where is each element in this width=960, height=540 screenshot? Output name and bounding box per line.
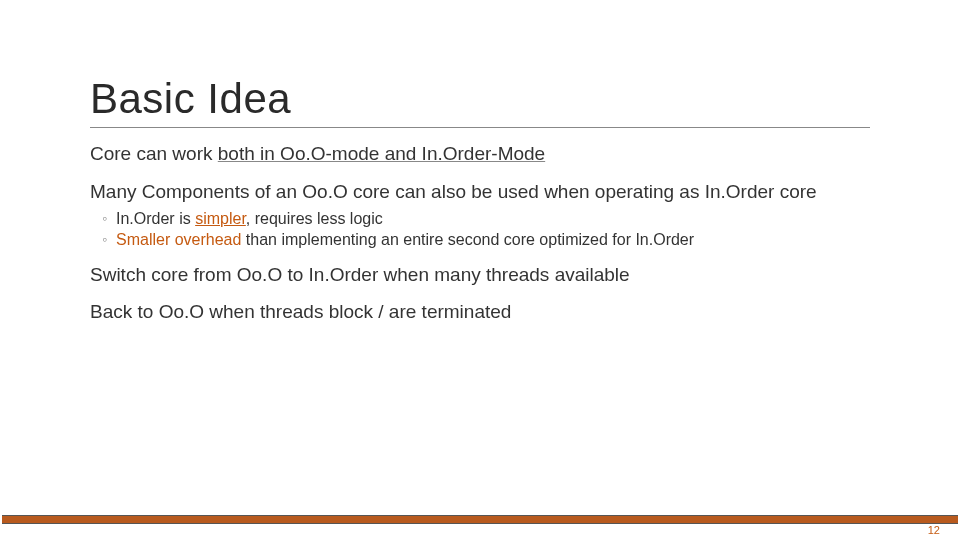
- bullet-line-3: Switch core from Oo.O to In.Order when m…: [90, 263, 870, 287]
- content-area: Basic Idea Core can work both in Oo.O-mo…: [90, 75, 870, 324]
- sub2-post: than implementing an entire second core …: [241, 231, 694, 248]
- slide: Basic Idea Core can work both in Oo.O-mo…: [0, 0, 960, 540]
- line1-underlined: both in Oo.O-mode and In.Order-Mode: [218, 143, 545, 164]
- bullet-line-2: Many Components of an Oo.O core can also…: [90, 180, 870, 204]
- sub1-pre: In.Order is: [116, 210, 195, 227]
- sub2-highlight: Smaller overhead: [116, 231, 241, 248]
- slide-title: Basic Idea: [90, 75, 870, 128]
- footer-accent-bar: [2, 515, 958, 524]
- page-number: 12: [928, 524, 940, 536]
- sub-bullet-2: Smaller overhead than implementing an en…: [102, 231, 870, 249]
- bullet-line-1: Core can work both in Oo.O-mode and In.O…: [90, 142, 870, 166]
- sub1-post: , requires less logic: [246, 210, 383, 227]
- sub-bullet-1: In.Order is simpler, requires less logic: [102, 210, 870, 228]
- bullet-line-4: Back to Oo.O when threads block / are te…: [90, 300, 870, 324]
- sub-bullet-list: In.Order is simpler, requires less logic…: [102, 210, 870, 249]
- line1-pre: Core can work: [90, 143, 218, 164]
- sub1-highlight: simpler: [195, 210, 246, 227]
